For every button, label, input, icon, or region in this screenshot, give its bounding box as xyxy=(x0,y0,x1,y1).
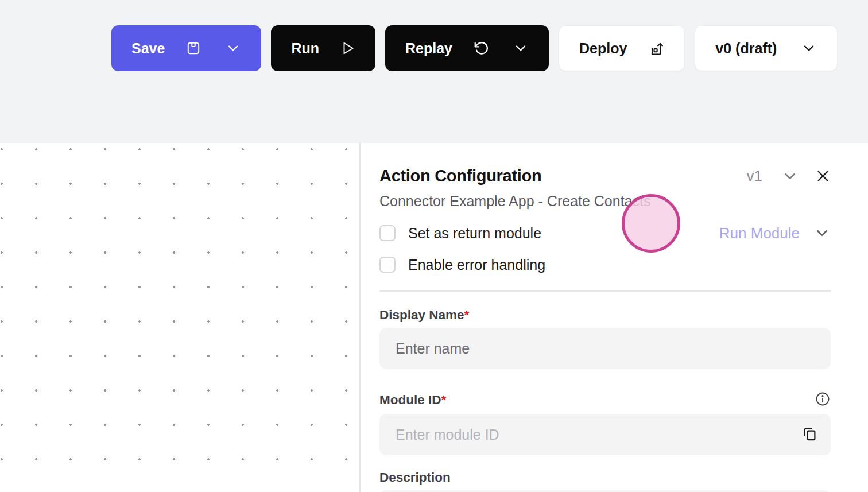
module-id-label-row: Module ID* xyxy=(379,391,831,409)
module-id-copy-button[interactable] xyxy=(799,423,820,447)
version-select-button[interactable]: v0 (draft) xyxy=(695,25,838,71)
section-divider xyxy=(379,290,831,292)
description-label-row: Description xyxy=(379,470,831,485)
display-name-label-row: Display Name* xyxy=(379,308,831,323)
description-label: Description xyxy=(379,470,451,485)
display-name-label: Display Name* xyxy=(379,308,469,323)
module-id-input[interactable] xyxy=(379,414,831,455)
version-select-chevron xyxy=(801,40,817,56)
run-module-label: Run Module xyxy=(719,224,800,242)
save-button[interactable]: Save xyxy=(111,25,261,71)
top-toolbar: Save Run Replay xyxy=(0,0,868,143)
play-icon xyxy=(340,41,355,56)
set-as-return-module-row: Set as return module Run Module xyxy=(379,224,831,242)
enable-error-handling-row: Enable error handling xyxy=(379,256,831,273)
panel-subtitle: Connector Example App - Create Contacts xyxy=(379,193,831,210)
enable-error-handling-label: Enable error handling xyxy=(408,257,545,273)
close-icon[interactable] xyxy=(815,168,831,184)
run-module-chevron xyxy=(813,224,831,242)
display-name-input[interactable] xyxy=(379,328,831,369)
panel-version-label: v1 xyxy=(747,167,762,185)
enable-error-handling-checkbox[interactable] xyxy=(379,257,396,273)
copy-icon xyxy=(801,425,818,444)
save-dropdown-chevron[interactable] xyxy=(225,40,241,56)
replay-button-label: Replay xyxy=(405,40,452,57)
set-as-return-module-checkbox[interactable] xyxy=(379,225,396,241)
run-button-label: Run xyxy=(291,40,319,57)
module-id-input-wrap xyxy=(379,414,831,455)
action-configuration-panel: Action Configuration v1 Connector Exampl… xyxy=(361,143,868,492)
panel-header: Action Configuration v1 xyxy=(379,166,831,185)
module-id-info-button[interactable] xyxy=(815,391,831,409)
panel-version-chevron[interactable] xyxy=(781,168,799,185)
replay-button[interactable]: Replay xyxy=(385,25,549,71)
workflow-canvas[interactable] xyxy=(0,143,361,492)
publish-icon xyxy=(648,40,664,56)
deploy-button[interactable]: Deploy xyxy=(559,25,685,71)
run-module-dropdown[interactable]: Run Module xyxy=(719,224,831,242)
display-name-input-wrap xyxy=(379,328,831,369)
version-select-label: v0 (draft) xyxy=(715,40,777,57)
save-button-label: Save xyxy=(131,40,165,57)
module-id-label: Module ID* xyxy=(379,393,446,408)
info-icon xyxy=(815,391,831,409)
toolbar-button-group: Save Run Replay xyxy=(111,25,838,71)
set-as-return-module-label: Set as return module xyxy=(408,225,541,242)
required-marker: * xyxy=(441,393,447,407)
panel-title: Action Configuration xyxy=(379,166,541,185)
replay-dropdown-chevron[interactable] xyxy=(513,40,529,56)
rotate-ccw-icon xyxy=(474,41,489,56)
save-icon xyxy=(186,41,201,56)
required-marker: * xyxy=(464,308,470,322)
run-button[interactable]: Run xyxy=(271,25,375,71)
deploy-button-label: Deploy xyxy=(579,40,627,57)
main-area: Action Configuration v1 Connector Exampl… xyxy=(0,143,868,492)
